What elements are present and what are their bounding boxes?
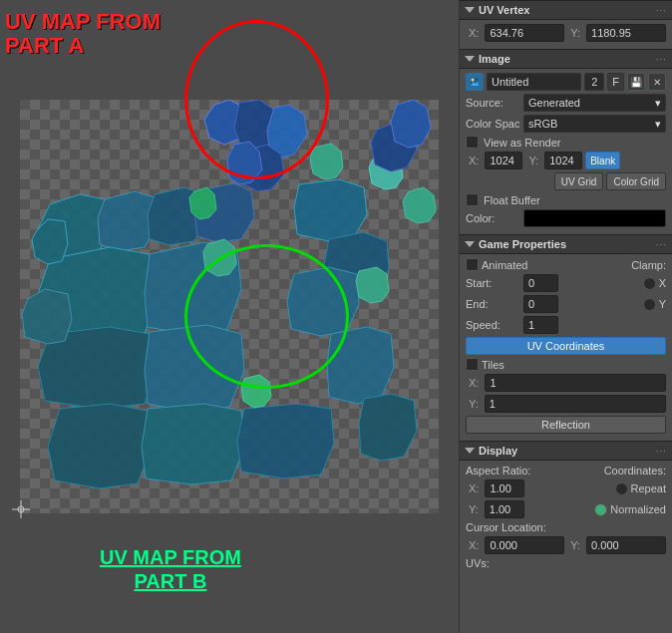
uv-coords-row: UV Coordinates: [466, 337, 666, 355]
section-dots: ···: [656, 239, 667, 250]
float-buffer-label: Float Buffer: [484, 194, 540, 206]
aspect-y-normalized-row: Y: 1.00 Normalized: [466, 500, 666, 518]
y-coord-field[interactable]: 1180.95: [586, 24, 666, 42]
green-circle-annotation: [184, 244, 349, 389]
cursor-x-label: X:: [466, 538, 482, 552]
chevron-down-icon: ▾: [655, 118, 661, 131]
red-circle-annotation: [184, 20, 329, 179]
cursor-y-field[interactable]: 0.000: [586, 536, 666, 554]
end-field[interactable]: 0: [523, 295, 558, 313]
clamp-y-label: Y: [659, 298, 666, 310]
triangle-icon: [465, 7, 475, 13]
animated-clamp-row: Animated Clamp:: [466, 258, 666, 271]
clamp-x-radio[interactable]: [643, 277, 656, 290]
uvs-label: UVs:: [466, 557, 490, 569]
image-name-field[interactable]: Untitled: [487, 73, 581, 91]
color-row: Color:: [466, 209, 666, 227]
repeat-radio[interactable]: [615, 482, 628, 495]
reflection-row: Reflection: [466, 416, 666, 434]
save-icon[interactable]: 💾: [627, 73, 645, 91]
source-dropdown[interactable]: Generated ▾: [523, 94, 666, 112]
uv-vertex-title: UV Vertex: [465, 4, 529, 16]
normalized-label: Normalized: [610, 503, 666, 515]
cursor-xy-row: X: 0.000 Y: 0.000: [466, 536, 666, 554]
triangle-icon: [465, 241, 475, 247]
close-icon[interactable]: ✕: [648, 73, 666, 91]
image-title: Image: [465, 53, 510, 65]
x-coord-field[interactable]: 634.76: [485, 24, 564, 42]
image-section-header[interactable]: Image ···: [460, 49, 672, 69]
cursor-y-label: Y:: [567, 538, 583, 552]
speed-row: Speed: 1: [466, 316, 666, 334]
game-props-section-header[interactable]: Game Properties ···: [460, 234, 672, 254]
aspect-ratio-label: Aspect Ratio:: [466, 465, 601, 476]
y-size-label: Y:: [525, 154, 541, 167]
clamp-x-label: X: [659, 277, 666, 289]
tiles-label: Tiles: [482, 359, 666, 371]
tiles-row: Tiles: [466, 358, 666, 371]
tiles-x-field[interactable]: 1: [485, 374, 666, 392]
aspect-y-field[interactable]: 1.00: [485, 500, 524, 518]
color-label: Color:: [466, 212, 520, 224]
image-f[interactable]: F: [607, 73, 624, 91]
uvs-label-row: UVs:: [466, 557, 666, 569]
triangle-icon: [465, 448, 475, 454]
image-icon: [466, 73, 484, 91]
y-size-field[interactable]: 1024: [544, 152, 582, 169]
aspect-y-label: Y:: [466, 502, 482, 516]
source-row: Source: Generated ▾: [466, 94, 666, 112]
x-coord-label: X:: [466, 26, 482, 40]
x-size-field[interactable]: 1024: [485, 152, 522, 169]
aspect-x-repeat-row: X: 1.00 Repeat: [466, 479, 666, 497]
color-swatch[interactable]: [523, 209, 666, 227]
speed-field[interactable]: 1: [523, 316, 558, 334]
svg-marker-25: [310, 144, 343, 179]
aspect-x-field[interactable]: 1.00: [485, 479, 524, 497]
game-props-body: Animated Clamp: Start: 0 X End: 0 Y Spee…: [460, 254, 672, 441]
svg-marker-24: [356, 267, 389, 303]
crosshair-cursor: [12, 500, 30, 518]
color-grid-button[interactable]: Color Grid: [606, 172, 666, 190]
float-buffer-checkbox[interactable]: [466, 193, 479, 206]
uv-vertex-section-header[interactable]: UV Vertex ···: [460, 0, 672, 20]
blank-button[interactable]: Blank: [585, 152, 620, 169]
animated-checkbox[interactable]: [466, 258, 479, 271]
section-dots: ···: [656, 54, 667, 65]
uv-label-top: UV MAP FROM PART A: [5, 10, 161, 58]
chevron-down-icon: ▾: [655, 97, 661, 110]
game-props-title: Game Properties: [465, 238, 566, 250]
start-label: Start:: [466, 277, 520, 289]
start-field[interactable]: 0: [523, 274, 558, 292]
svg-point-37: [472, 79, 475, 82]
uv-coordinates-button[interactable]: UV Coordinates: [466, 337, 666, 355]
display-body: Aspect Ratio: Coordinates: X: 1.00 Repea…: [460, 461, 672, 576]
reflection-button[interactable]: Reflection: [466, 416, 666, 434]
image-num[interactable]: 2: [584, 73, 604, 91]
svg-marker-20: [237, 404, 334, 478]
svg-marker-27: [403, 187, 436, 223]
display-section-header[interactable]: Display ···: [460, 441, 672, 461]
clamp-label: Clamp:: [631, 259, 666, 271]
svg-marker-13: [294, 179, 367, 241]
uv-grid-button[interactable]: UV Grid: [554, 172, 604, 190]
colorspace-dropdown[interactable]: sRGB ▾: [523, 115, 666, 133]
start-clampx-row: Start: 0 X: [466, 274, 666, 292]
svg-marker-19: [142, 404, 244, 484]
left-panel: UV MAP FROM PART A: [0, 0, 459, 633]
svg-marker-18: [48, 404, 152, 488]
section-dots: ···: [656, 5, 667, 16]
float-buffer-row: Float Buffer: [466, 193, 666, 206]
cursor-x-field[interactable]: 0.000: [485, 536, 564, 554]
image-header-row: Untitled 2 F 💾 ✕: [466, 73, 666, 91]
uv-vertex-coords-row: X: 634.76 Y: 1180.95: [466, 24, 666, 42]
normalized-radio[interactable]: [594, 503, 607, 516]
tiles-y-field[interactable]: 1: [485, 395, 666, 413]
uv-label-bottom: UV MAP FROM PART B: [100, 545, 241, 593]
cursor-location-label: Cursor Location:: [466, 521, 546, 533]
tiles-checkbox[interactable]: [466, 358, 479, 371]
cursor-location-label-row: Cursor Location:: [466, 521, 666, 533]
view-as-render-row: View as Render: [466, 136, 666, 149]
clamp-y-radio[interactable]: [643, 298, 656, 311]
view-as-render-checkbox[interactable]: [466, 136, 479, 149]
tiles-y-label: Y:: [466, 397, 482, 411]
